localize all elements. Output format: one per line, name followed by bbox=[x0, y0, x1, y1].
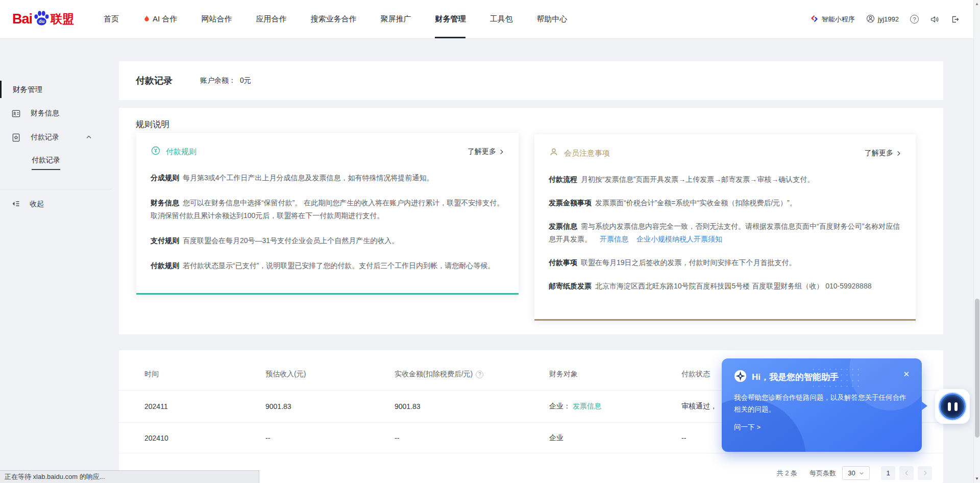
col-header-entity: 财务对象 bbox=[549, 370, 681, 379]
rule-item: 邮寄纸质发票北京市海淀区西北旺东路10号院百度科技园5号楼 百度联盟财务组（收）… bbox=[549, 280, 901, 293]
small-taxpayer-notice-link[interactable]: 企业小规模纳税人开票须知 bbox=[636, 235, 722, 243]
robot-face-icon bbox=[939, 393, 966, 420]
paw-icon: du bbox=[33, 10, 50, 29]
prev-page-button[interactable] bbox=[899, 466, 914, 480]
cell-entity: 企业： 发票信息 bbox=[549, 402, 681, 411]
sidebar-item-payment-records[interactable]: 付款记录 bbox=[0, 130, 111, 145]
page-number-button[interactable]: 1 bbox=[881, 466, 895, 480]
chevron-left-icon bbox=[904, 470, 910, 476]
cell-entity: 企业 bbox=[549, 433, 681, 443]
nav-item-toolkit[interactable]: 工具包 bbox=[489, 0, 512, 38]
cell-time: 202411 bbox=[144, 402, 265, 410]
rule-item: 支付规则百度联盟会在每月20号—31号支付企业会员上个自然月产生的收入。 bbox=[151, 234, 504, 247]
help-icon[interactable]: ? bbox=[910, 15, 919, 23]
username: jyj1992 bbox=[878, 15, 899, 23]
rule-item: 付款规则若付款状态显示“已支付”，说明联盟已安排了您的付款。支付后三个工作日内到… bbox=[151, 259, 504, 272]
invoice-info-table-link[interactable]: 发票信息 bbox=[573, 402, 601, 410]
question-icon[interactable]: ? bbox=[476, 371, 483, 378]
nav-item-search-coop[interactable]: 搜索业务合作 bbox=[310, 0, 356, 38]
chevron-right-icon bbox=[499, 149, 504, 155]
compass-icon bbox=[734, 370, 747, 384]
collapse-icon bbox=[11, 199, 20, 210]
user-account[interactable]: jyj1992 bbox=[866, 14, 899, 25]
balance-label: 账户余额： bbox=[200, 76, 236, 85]
nav-item-finance[interactable]: 财务管理 bbox=[435, 0, 465, 38]
rule-item: 分成规则每月第3或4个工作日产出上月分成信息及发票信息，如有特殊情况将提前通知。 bbox=[151, 172, 504, 184]
nav-item-website-coop[interactable]: 网站合作 bbox=[201, 0, 232, 38]
assistant-popup-tail bbox=[921, 401, 927, 410]
invoice-info-link[interactable]: 开票信息 bbox=[600, 235, 628, 243]
logo-text-union: 联盟 bbox=[51, 11, 74, 27]
page-root: Bai du 联盟 首页 AI 合作 网站合作 bbox=[0, 0, 980, 483]
per-page-select[interactable]: 30 bbox=[842, 466, 870, 480]
baidu-union-logo[interactable]: Bai du 联盟 bbox=[12, 10, 74, 29]
nav-item-juping[interactable]: 聚屏推广 bbox=[380, 0, 411, 38]
rules-card: 规则说明 付款规则 了解更多 bbox=[119, 108, 943, 334]
chevron-right-icon bbox=[896, 151, 901, 156]
rule-item: 发票信息需与系统内发票信息内容完全一致，否则无法支付。请根据发票信息页面中“百度… bbox=[549, 220, 901, 246]
assistant-description: 我会帮助您诊断合作链路问题，以及解答您关于任何合作相关的问题。 bbox=[734, 392, 908, 415]
miniapp-icon bbox=[810, 14, 819, 25]
cell-estimated: -- bbox=[265, 434, 395, 442]
payment-rules-body: 分成规则每月第3或4个工作日产出上月分成信息及发票信息，如有特殊情况将提前通知。… bbox=[136, 158, 519, 272]
account-balance: 账户余额： 0元 bbox=[200, 76, 251, 85]
caret-down-icon bbox=[859, 471, 864, 476]
sidebar-subitem-payment-records[interactable]: 付款记录 bbox=[0, 155, 111, 171]
nav-item-help-center[interactable]: 帮助中心 bbox=[536, 0, 567, 38]
member-notes-more-link[interactable]: 了解更多 bbox=[865, 149, 901, 158]
payment-rules-more-link[interactable]: 了解更多 bbox=[468, 147, 504, 156]
miniapp-label: 智能小程序 bbox=[822, 15, 855, 24]
sidebar-item-finance-info[interactable]: 财务信息 bbox=[0, 106, 111, 121]
assistant-header: Hi，我是您的智能助手 ✕ bbox=[734, 370, 910, 384]
nav-item-app-coop[interactable]: 应用合作 bbox=[256, 0, 286, 38]
speaker-icon[interactable] bbox=[930, 15, 939, 24]
nav-item-home[interactable]: 首页 bbox=[104, 0, 119, 38]
close-icon[interactable]: ✕ bbox=[903, 370, 910, 378]
cell-received: 9001.83 bbox=[395, 402, 549, 410]
cell-estimated: 9001.83 bbox=[265, 402, 395, 410]
sidebar-section-finance[interactable]: 财务管理 bbox=[0, 82, 111, 97]
nav-item-ai-coop[interactable]: AI 合作 bbox=[143, 0, 177, 38]
robot-assistant-avatar[interactable] bbox=[935, 389, 970, 424]
rule-item: 财务信息您可以在财务信息中选择“保留付款”。 在此期间您产生的收入将在账户内进行… bbox=[151, 197, 504, 222]
member-notes-body: 付款流程月初按“发票信息”页面开具发票→上传发票→邮寄发票→审核→确认支付。 发… bbox=[534, 159, 916, 293]
next-page-button[interactable] bbox=[918, 466, 932, 480]
sidebar: 财务管理 财务信息 付款记录 bbox=[0, 39, 111, 483]
miniapp-entry[interactable]: 智能小程序 bbox=[810, 14, 855, 25]
logout-icon[interactable] bbox=[950, 15, 960, 24]
main-nav: 首页 AI 合作 网站合作 应用合作 搜索业务合作 聚屏推广 财务管理 工具包 … bbox=[104, 0, 567, 38]
finance-info-icon bbox=[11, 109, 21, 118]
assistant-ask-link[interactable]: 问一下 > bbox=[734, 423, 910, 432]
per-page-label: 每页条数 bbox=[810, 469, 836, 478]
cell-time: 202410 bbox=[144, 434, 265, 442]
scrollbar[interactable]: ▲ ▼ bbox=[973, 0, 980, 483]
scrollbar-down-arrow[interactable]: ▼ bbox=[974, 476, 980, 481]
member-notes-title: 会员注意事项 bbox=[564, 149, 610, 158]
col-header-estimated: 预估收入(元) bbox=[265, 370, 395, 379]
payment-rules-title: 付款规则 bbox=[166, 147, 197, 157]
assistant-popup: Hi，我是您的智能助手 ✕ 我会帮助您诊断合作链路问题，以及解答您关于任何合作相… bbox=[722, 358, 922, 452]
top-navbar: Bai du 联盟 首页 AI 合作 网站合作 bbox=[0, 0, 980, 39]
payment-record-icon bbox=[11, 133, 21, 142]
logo-text-bai: Bai bbox=[12, 11, 32, 27]
rule-item: 发票金额事项发票票面“价税合计”金额=系统中“实收金额（扣除税费后/元）”。 bbox=[549, 197, 901, 209]
status-text: 正在等待 xlab.baidu.com 的响应... bbox=[5, 472, 105, 481]
page-title: 付款记录 bbox=[136, 75, 173, 87]
rules-section-title: 规则说明 bbox=[136, 119, 169, 130]
member-notes-header: 会员注意事项 了解更多 bbox=[534, 134, 916, 159]
svg-text:du: du bbox=[39, 19, 45, 24]
scrollbar-thumb[interactable] bbox=[975, 299, 979, 438]
navbar-right: 智能小程序 jyj1992 ? bbox=[810, 14, 960, 25]
total-count: 共 2 条 bbox=[777, 469, 797, 478]
flame-icon bbox=[143, 15, 151, 24]
payment-rules-header: 付款规则 了解更多 bbox=[136, 133, 519, 158]
sidebar-collapse-button[interactable]: 收起 bbox=[0, 197, 111, 212]
coin-icon bbox=[151, 146, 161, 158]
payment-rules-box: 付款规则 了解更多 分成规则每月第3或4个工作日产出上月分成信息及发票信息，如有… bbox=[136, 133, 519, 295]
col-header-time: 时间 bbox=[144, 370, 265, 379]
rule-item: 付款事项联盟在每月19日之后签收的发票，付款时间安排在下个月首批支付。 bbox=[549, 256, 901, 269]
assistant-greeting: Hi，我是您的智能助手 bbox=[752, 371, 839, 383]
chevron-up-icon bbox=[86, 134, 92, 140]
cell-received: -- bbox=[395, 434, 549, 442]
scrollbar-up-arrow[interactable]: ▲ bbox=[974, 2, 980, 6]
